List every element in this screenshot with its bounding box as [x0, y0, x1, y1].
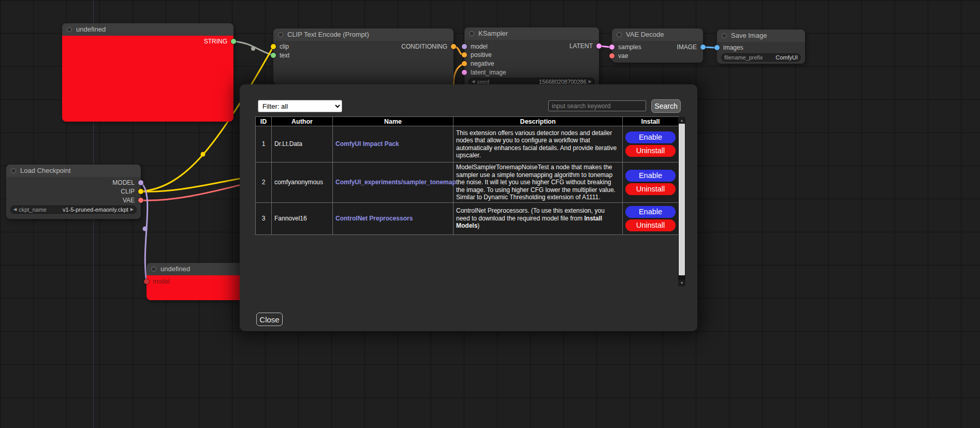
- node-ksampler[interactable]: KSampler model positive negative latent_…: [464, 27, 599, 87]
- node-title-bar[interactable]: Load Checkpoint: [6, 165, 141, 177]
- input-label-text: text: [280, 51, 289, 60]
- node-title-bar[interactable]: undefined: [62, 23, 233, 36]
- node-load-checkpoint[interactable]: Load Checkpoint MODEL CLIP VAE ◀ ckpt_na…: [6, 165, 141, 219]
- extension-id: 2: [256, 163, 272, 203]
- widget-label: ckpt_name: [19, 206, 47, 213]
- header-install: Install: [623, 117, 679, 126]
- input-port-vae[interactable]: [609, 53, 615, 58]
- output-label-image: IMAGE: [677, 43, 697, 51]
- extension-id: 3: [256, 202, 272, 234]
- input-port-clip[interactable]: [271, 44, 276, 49]
- uninstall-button[interactable]: Uninstall: [625, 145, 676, 157]
- input-port-model[interactable]: [462, 44, 467, 49]
- input-port-model[interactable]: [144, 279, 149, 284]
- extension-author: Fannovel16: [272, 202, 333, 234]
- table-row: 2 comfyanonymous ComfyUI_experiments/sam…: [256, 163, 679, 203]
- node-title-bar[interactable]: VAE Decode: [612, 28, 703, 41]
- output-port-string[interactable]: [231, 39, 236, 44]
- collapse-dot-icon[interactable]: [469, 31, 474, 36]
- extension-link[interactable]: ComfyUI Impact Pack: [335, 140, 399, 147]
- uninstall-button[interactable]: Uninstall: [625, 183, 676, 195]
- search-input[interactable]: [548, 100, 646, 111]
- extension-link[interactable]: ControlNet Preprocessors: [335, 215, 413, 222]
- input-label-negative: negative: [471, 60, 494, 68]
- collapse-dot-icon[interactable]: [67, 27, 72, 32]
- input-label-positive: positive: [471, 51, 492, 59]
- node-clip-text-encode[interactable]: CLIP Text Encode (Prompt) clip text COND…: [273, 28, 454, 84]
- close-button[interactable]: Close: [256, 313, 283, 326]
- input-port-samples[interactable]: [609, 45, 615, 50]
- ckpt-name-widget[interactable]: ◀ ckpt_name v1-5-pruned-emaonly.ckpt ▶: [10, 205, 137, 214]
- uninstall-button[interactable]: Uninstall: [625, 219, 676, 231]
- next-option-arrow-icon[interactable]: ▶: [130, 206, 134, 213]
- node-title-bar[interactable]: Save Image: [717, 29, 805, 42]
- enable-button[interactable]: Enable: [625, 170, 676, 182]
- node-title: undefined: [76, 25, 106, 33]
- extension-description: This extension offers various detector n…: [454, 126, 623, 163]
- filter-select[interactable]: Filter: all: [258, 100, 342, 112]
- node-title-bar[interactable]: undefined: [147, 263, 250, 275]
- search-button[interactable]: Search: [651, 99, 681, 113]
- collapse-dot-icon[interactable]: [617, 32, 622, 37]
- node-undefined-bottom[interactable]: undefined model: [147, 263, 250, 300]
- extension-author: comfyanonymous: [272, 163, 333, 203]
- scroll-up-icon[interactable]: ▲: [678, 117, 685, 124]
- enable-button[interactable]: Enable: [625, 206, 676, 218]
- collapse-dot-icon[interactable]: [278, 32, 283, 37]
- scroll-down-icon[interactable]: ▼: [678, 279, 685, 286]
- extension-description: ModelSamplerTonemapNoiseTest a node that…: [454, 163, 623, 203]
- description-text: ): [477, 222, 479, 229]
- output-port-clip[interactable]: [138, 189, 143, 194]
- input-label-clip: clip: [280, 42, 289, 51]
- input-port-text[interactable]: [271, 53, 276, 58]
- input-port-negative[interactable]: [462, 61, 467, 66]
- widget-value: ComfyUI: [776, 54, 798, 61]
- scrollbar-thumb[interactable]: [679, 124, 685, 275]
- header-name: Name: [333, 117, 454, 126]
- collapse-dot-icon[interactable]: [151, 267, 156, 272]
- input-port-positive[interactable]: [462, 52, 467, 57]
- input-label-samples: samples: [618, 43, 641, 51]
- description-text: ControlNet Preprocessors. (To use this e…: [456, 207, 605, 222]
- output-label-clip: CLIP: [121, 187, 135, 196]
- wire-dot: [251, 47, 255, 51]
- node-body: [62, 36, 233, 122]
- node-title: CLIP Text Encode (Prompt): [287, 31, 369, 38]
- output-port-conditioning[interactable]: [451, 44, 456, 49]
- output-port-model[interactable]: [138, 180, 143, 185]
- enable-button[interactable]: Enable: [625, 131, 676, 143]
- filename-prefix-widget[interactable]: filename_prefix ComfyUI: [721, 53, 801, 62]
- node-title-bar[interactable]: CLIP Text Encode (Prompt): [273, 28, 454, 41]
- collapse-dot-icon[interactable]: [11, 168, 16, 173]
- table-row: 1 Dr.Lt.Data ComfyUI Impact Pack This ex…: [256, 126, 679, 163]
- output-label-conditioning: CONDITIONING: [401, 42, 447, 51]
- input-label-latent-image: latent_image: [471, 68, 506, 77]
- node-title-bar[interactable]: KSampler: [464, 27, 599, 40]
- collapse-dot-icon[interactable]: [722, 33, 727, 38]
- extension-author: Dr.Lt.Data: [272, 126, 333, 163]
- table-scrollbar[interactable]: ▲ ▼: [678, 117, 685, 286]
- output-port-vae[interactable]: [138, 198, 143, 203]
- input-port-latent-image[interactable]: [462, 70, 467, 75]
- node-title: Save Image: [731, 32, 767, 39]
- output-label-latent: LATENT: [569, 42, 593, 50]
- input-label-model: model: [471, 42, 488, 51]
- output-port-latent[interactable]: [596, 43, 602, 49]
- output-port-image[interactable]: [700, 45, 706, 50]
- wire-clip-hidden: [141, 178, 243, 191]
- prev-option-arrow-icon[interactable]: ◀: [13, 206, 17, 213]
- node-title: VAE Decode: [626, 31, 664, 38]
- node-title: Load Checkpoint: [20, 167, 71, 174]
- node-undefined-top[interactable]: undefined STRING: [62, 23, 233, 122]
- header-description: Description: [454, 117, 623, 126]
- node-vae-decode[interactable]: VAE Decode samples vae IMAGE: [612, 28, 703, 63]
- wire-dot: [143, 227, 148, 231]
- output-label-model: MODEL: [112, 179, 135, 187]
- header-id: ID: [256, 117, 272, 126]
- table-header-row: ID Author Name Description Install: [256, 117, 679, 126]
- extension-link[interactable]: ComfyUI_experiments/sampler_tonemap: [335, 179, 456, 186]
- table-row: 3 Fannovel16 ControlNet Preprocessors Co…: [256, 202, 679, 234]
- node-save-image[interactable]: Save Image images filename_prefix ComfyU…: [717, 29, 805, 64]
- input-port-images[interactable]: [714, 45, 720, 50]
- widget-value: v1-5-pruned-emaonly.ckpt: [63, 206, 128, 213]
